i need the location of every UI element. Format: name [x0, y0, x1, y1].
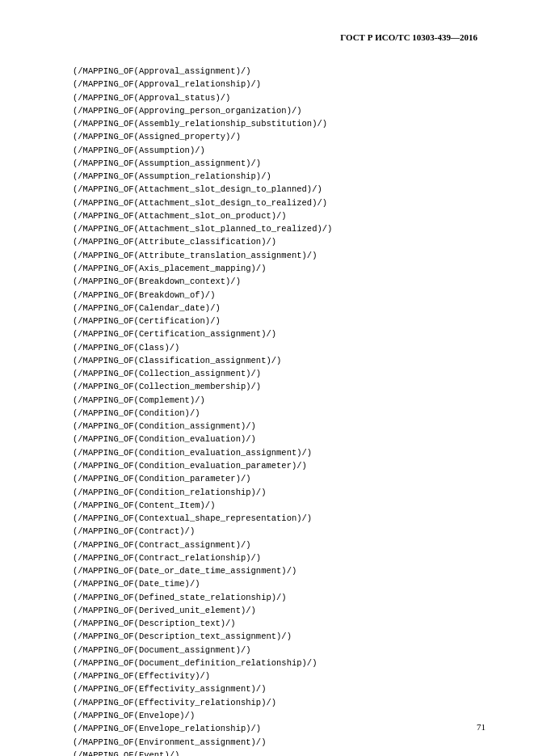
- page-container: ГОСТ Р ИСО/ТС 10303-439—2016 (/MAPPING_O…: [0, 0, 534, 756]
- content-line: (/MAPPING_OF(Approving_person_organizati…: [73, 104, 486, 117]
- content-line: (/MAPPING_OF(Complement)/): [73, 394, 486, 407]
- page-header: ГОСТ Р ИСО/ТС 10303-439—2016: [73, 32, 486, 42]
- content-line: (/MAPPING_OF(Assumption_assignment)/): [73, 157, 486, 170]
- content-line: (/MAPPING_OF(Condition)/): [73, 407, 486, 420]
- content-line: (/MAPPING_OF(Attachment_slot_design_to_p…: [73, 183, 486, 196]
- content-line: (/MAPPING_OF(Description_text)/): [73, 617, 486, 630]
- content-line: (/MAPPING_OF(Attachment_slot_planned_to_…: [73, 222, 486, 235]
- content-line: (/MAPPING_OF(Approval_relationship)/): [73, 78, 486, 91]
- content-line: (/MAPPING_OF(Assigned_property)/): [73, 130, 486, 143]
- content-line: (/MAPPING_OF(Collection_assignment)/): [73, 367, 486, 380]
- main-content: (/MAPPING_OF(Approval_assignment)/)(/MAP…: [73, 65, 486, 756]
- content-line: (/MAPPING_OF(Condition_assignment)/): [73, 420, 486, 433]
- page-number: 71: [477, 722, 486, 732]
- content-line: (/MAPPING_OF(Document_definition_relatio…: [73, 657, 486, 669]
- content-line: (/MAPPING_OF(Condition_evaluation)/): [73, 433, 486, 446]
- content-line: (/MAPPING_OF(Condition_relationship)/): [73, 486, 486, 499]
- content-line: (/MAPPING_OF(Environment_assignment)/): [73, 736, 486, 749]
- content-line: (/MAPPING_OF(Document_assignment)/): [73, 644, 486, 657]
- content-line: (/MAPPING_OF(Certification_assignment)/): [73, 327, 486, 340]
- content-line: (/MAPPING_OF(Calendar_date)/): [73, 302, 486, 315]
- content-line: (/MAPPING_OF(Content_Item)/): [73, 499, 486, 512]
- content-line: (/MAPPING_OF(Breakdown_context)/): [73, 275, 486, 288]
- content-line: (/MAPPING_OF(Derived_unit_element)/): [73, 604, 486, 617]
- content-line: (/MAPPING_OF(Attribute_translation_assig…: [73, 249, 486, 262]
- document-title: ГОСТ Р ИСО/ТС 10303-439—2016: [340, 32, 477, 42]
- content-line: (/MAPPING_OF(Effectivity_relationship)/): [73, 696, 486, 709]
- content-line: (/MAPPING_OF(Effectivity)/): [73, 669, 486, 682]
- content-line: (/MAPPING_OF(Contract_assignment)/): [73, 538, 486, 551]
- content-line: (/MAPPING_OF(Axis_placement_mapping)/): [73, 262, 486, 275]
- content-line: (/MAPPING_OF(Date_or_date_time_assignmen…: [73, 564, 486, 577]
- content-line: (/MAPPING_OF(Attachment_slot_design_to_r…: [73, 196, 486, 209]
- content-line: (/MAPPING_OF(Collection_membership)/): [73, 380, 486, 393]
- content-line: (/MAPPING_OF(Assumption_relationship)/): [73, 170, 486, 183]
- content-line: (/MAPPING_OF(Condition_parameter)/): [73, 472, 486, 485]
- content-line: (/MAPPING_OF(Date_time)/): [73, 577, 486, 590]
- content-line: (/MAPPING_OF(Approval_assignment)/): [73, 65, 486, 78]
- content-line: (/MAPPING_OF(Breakdown_of)/): [73, 289, 486, 302]
- content-line: (/MAPPING_OF(Contextual_shape_representa…: [73, 512, 486, 525]
- content-line: (/MAPPING_OF(Condition_evaluation_assign…: [73, 446, 486, 459]
- content-line: (/MAPPING_OF(Effectivity_assignment)/): [73, 682, 486, 695]
- content-line: (/MAPPING_OF(Description_text_assignment…: [73, 630, 486, 643]
- content-line: (/MAPPING_OF(Condition_evaluation_parame…: [73, 459, 486, 472]
- content-line: (/MAPPING_OF(Class)/): [73, 341, 486, 354]
- content-line: (/MAPPING_OF(Assembly_relationship_subst…: [73, 117, 486, 130]
- content-line: (/MAPPING_OF(Defined_state_relationship)…: [73, 591, 486, 604]
- content-line: (/MAPPING_OF(Approval_status)/): [73, 91, 486, 104]
- content-line: (/MAPPING_OF(Assumption)/): [73, 144, 486, 157]
- content-line: (/MAPPING_OF(Classification_assignment)/…: [73, 354, 486, 367]
- content-line: (/MAPPING_OF(Event)/): [73, 749, 486, 756]
- content-line: (/MAPPING_OF(Contract_relationship)/): [73, 551, 486, 564]
- content-line: (/MAPPING_OF(Attachment_slot_on_product)…: [73, 209, 486, 222]
- content-line: (/MAPPING_OF(Certification)/): [73, 315, 486, 327]
- content-line: (/MAPPING_OF(Envelope_relationship)/): [73, 722, 486, 735]
- content-line: (/MAPPING_OF(Envelope)/): [73, 709, 486, 722]
- content-line: (/MAPPING_OF(Contract)/): [73, 525, 486, 538]
- content-line: (/MAPPING_OF(Attribute_classification)/): [73, 235, 486, 248]
